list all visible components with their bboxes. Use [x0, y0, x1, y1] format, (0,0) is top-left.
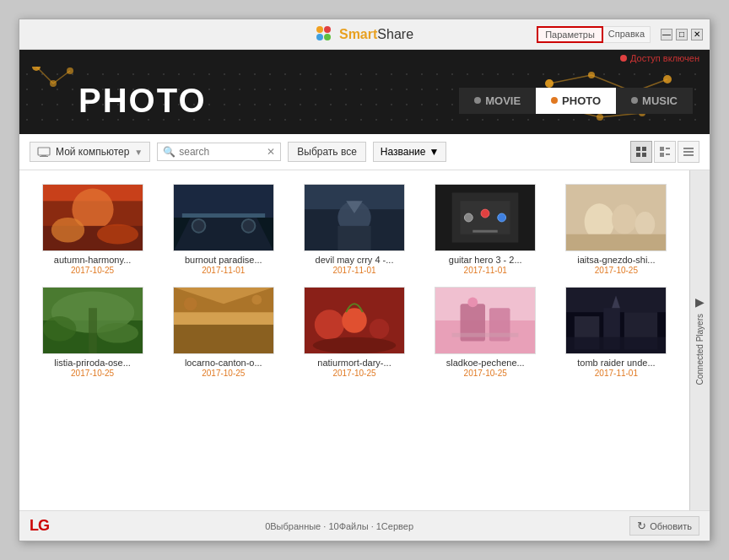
- view-grid-button[interactable]: [630, 141, 652, 163]
- tab-photo-label: PHOTO: [562, 94, 601, 107]
- maximize-button[interactable]: □: [676, 29, 688, 40]
- search-box: 🔍 ✕: [157, 143, 281, 161]
- svg-point-39: [51, 218, 84, 243]
- minimize-button[interactable]: —: [661, 29, 672, 40]
- photo-thumb-10: [565, 287, 667, 354]
- list-item[interactable]: burnout paradise... 2017-11-01: [164, 184, 283, 275]
- help-menu[interactable]: Справка: [603, 26, 651, 43]
- view-list2-button[interactable]: [654, 141, 676, 163]
- panel-label: Connected Players: [695, 314, 705, 385]
- photo-name-10: tomb raider unde...: [577, 358, 655, 368]
- photo-name-3: devil may crry 4 -...: [316, 255, 394, 265]
- svg-rect-69: [89, 308, 97, 353]
- access-bar: Доступ включен: [19, 50, 710, 67]
- photo-date-5: 2017-10-25: [595, 266, 638, 275]
- svg-point-61: [612, 204, 637, 234]
- view-list-button[interactable]: [678, 141, 699, 163]
- search-input[interactable]: [179, 146, 263, 158]
- svg-point-2: [316, 34, 323, 40]
- title-bar: SmartShare Параметры Справка — □ ✕: [19, 19, 710, 50]
- svg-rect-29: [666, 148, 670, 149]
- svg-line-8: [53, 71, 70, 83]
- source-selector[interactable]: Мой компьютер ▼: [30, 142, 150, 162]
- photo-name-6: listia-priroda-ose...: [54, 358, 130, 368]
- window-controls: — □ ✕: [661, 29, 703, 40]
- svg-point-67: [43, 316, 76, 342]
- svg-point-80: [313, 337, 396, 353]
- tab-movie[interactable]: MOVIE: [459, 88, 536, 114]
- sort-selector[interactable]: Название ▼: [373, 142, 447, 162]
- header-banner: PHOTO MOVIE PHOTO: [19, 67, 710, 134]
- logo-icon: [316, 25, 334, 44]
- banner-left-dots: [28, 67, 78, 126]
- svg-rect-32: [683, 148, 694, 149]
- svg-rect-26: [636, 153, 640, 157]
- refresh-button[interactable]: ↻ Обновить: [629, 516, 699, 536]
- svg-point-75: [251, 295, 262, 305]
- status-stats: 0Выбранные · 10Файлы · 1Сервер: [265, 521, 413, 531]
- music-tab-dot: [631, 97, 638, 104]
- svg-rect-71: [174, 320, 273, 353]
- computer-icon: [37, 147, 51, 157]
- svg-point-68: [97, 323, 138, 343]
- svg-rect-21: [38, 148, 50, 155]
- photo-thumb-7: [173, 287, 274, 354]
- settings-menu[interactable]: Параметры: [537, 26, 603, 43]
- svg-point-74: [184, 297, 197, 310]
- svg-line-16: [549, 75, 591, 83]
- photo-date-6: 2017-10-25: [71, 369, 114, 378]
- svg-rect-50: [338, 226, 370, 250]
- photo-thumb-6: [42, 287, 143, 354]
- photo-thumb-9: [435, 287, 536, 354]
- svg-point-85: [468, 297, 478, 307]
- photo-thumb-3: [304, 184, 405, 251]
- svg-rect-27: [642, 153, 646, 157]
- svg-rect-33: [683, 151, 694, 153]
- photo-date-7: 2017-10-25: [202, 369, 245, 378]
- right-panel[interactable]: ▶ Connected Players: [689, 170, 710, 510]
- svg-rect-25: [642, 147, 646, 151]
- photo-name-8: natiurmort-dary-...: [317, 358, 391, 368]
- status-bar: LG 0Выбранные · 10Файлы · 1Сервер ↻ Обно…: [19, 510, 710, 541]
- grid-icon: [635, 146, 647, 158]
- toolbar: Мой компьютер ▼ 🔍 ✕ Выбрать все Название…: [19, 134, 710, 170]
- list-item[interactable]: autumn-harmony... 2017-10-25: [33, 184, 152, 275]
- search-icon: 🔍: [163, 146, 176, 158]
- list-item[interactable]: locarno-canton-o... 2017-10-25: [164, 287, 283, 378]
- list-item[interactable]: natiurmort-dary-... 2017-10-25: [294, 287, 413, 378]
- main-window: SmartShare Параметры Справка — □ ✕ Досту…: [19, 19, 710, 541]
- photo-name-2: burnout paradise...: [185, 255, 262, 265]
- logo-smart: Smart: [339, 27, 377, 41]
- svg-point-56: [481, 209, 489, 218]
- list-item[interactable]: guitar hero 3 - 2... 2017-11-01: [426, 184, 545, 275]
- svg-point-77: [315, 310, 344, 339]
- svg-rect-63: [566, 234, 666, 250]
- list-item[interactable]: listia-priroda-ose... 2017-10-25: [33, 287, 152, 378]
- close-button[interactable]: ✕: [691, 29, 703, 40]
- photo-name-4: guitar hero 3 - 2...: [449, 255, 522, 265]
- list-item[interactable]: iaitsa-gnezdo-shi... 2017-10-25: [557, 184, 676, 275]
- svg-point-57: [498, 213, 506, 222]
- list-item[interactable]: sladkoe-pechene... 2017-10-25: [426, 287, 545, 378]
- photo-name-7: locarno-canton-o...: [185, 358, 262, 368]
- panel-collapse-icon: ▶: [695, 295, 705, 309]
- logo-text: SmartShare: [339, 27, 413, 42]
- photo-date-10: 2017-11-01: [595, 369, 638, 378]
- svg-rect-30: [660, 153, 664, 157]
- select-all-button[interactable]: Выбрать все: [288, 142, 366, 162]
- tab-photo[interactable]: PHOTO: [536, 88, 616, 114]
- dropdown-arrow-icon: ▼: [134, 148, 143, 157]
- list-item[interactable]: tomb raider unde... 2017-11-01: [557, 287, 676, 378]
- tab-music[interactable]: MUSIC: [616, 88, 693, 114]
- tab-movie-label: MOVIE: [485, 94, 521, 107]
- svg-point-3: [324, 34, 331, 40]
- photo-date-1: 2017-10-25: [71, 266, 114, 275]
- menu-bar: Параметры Справка: [537, 26, 651, 43]
- svg-rect-23: [40, 156, 48, 157]
- search-clear-icon[interactable]: ✕: [267, 146, 275, 158]
- svg-point-46: [241, 219, 255, 233]
- list-item[interactable]: devil may crry 4 -... 2017-11-01: [294, 184, 413, 275]
- access-indicator: [620, 55, 627, 62]
- svg-point-0: [316, 26, 323, 33]
- photo-thumb-5: [565, 184, 667, 251]
